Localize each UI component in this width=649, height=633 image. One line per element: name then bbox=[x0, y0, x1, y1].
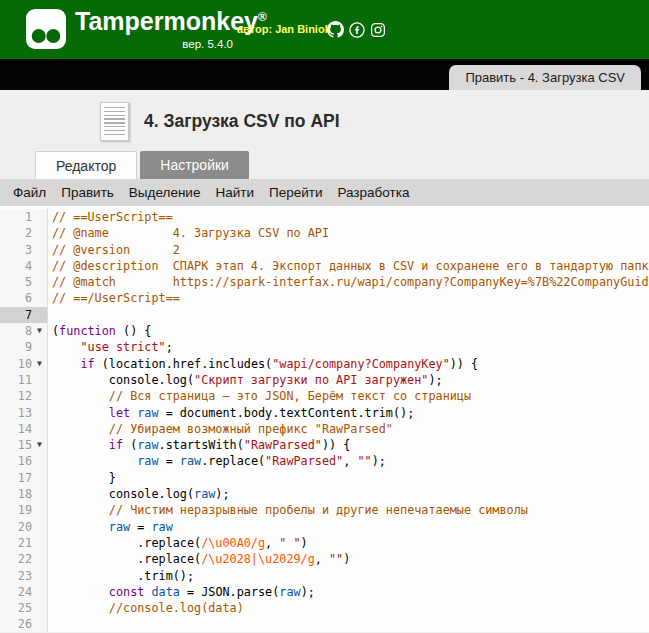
code-token bbox=[52, 585, 109, 599]
line-number: 2 bbox=[2, 225, 32, 241]
code-line-text: console.log("Скрипт загрузки по API загр… bbox=[48, 372, 443, 388]
fold-spacer bbox=[32, 339, 47, 355]
line-gutter: 17 bbox=[0, 470, 48, 486]
code-line[interactable]: 8▼(function () { bbox=[0, 323, 649, 339]
line-number: 3 bbox=[2, 242, 32, 258]
code-line[interactable]: 14 // Убираем возможный префикс "RawPars… bbox=[0, 421, 649, 437]
app-header: Tampermonkey® вер. 5.4.0 автор: Jan Bini… bbox=[0, 0, 649, 59]
window-tab-bar: Править - 4. Загрузка CSV bbox=[0, 59, 649, 90]
code-line[interactable]: 1// ==UserScript== bbox=[0, 209, 649, 225]
code-token: // ==UserScript== bbox=[52, 210, 173, 224]
code-editor[interactable]: 1// ==UserScript==2// @name 4. Загрузка … bbox=[0, 206, 649, 632]
code-line-text: const data = JSON.parse(raw); bbox=[48, 584, 315, 600]
menu-item[interactable]: Править bbox=[61, 185, 114, 200]
code-line[interactable]: 3// @version 2 bbox=[0, 242, 649, 258]
code-line[interactable]: 17 } bbox=[0, 470, 649, 486]
line-gutter: 23 bbox=[0, 568, 48, 584]
instagram-icon[interactable] bbox=[370, 22, 386, 38]
code-token: "use strict" bbox=[80, 340, 165, 354]
code-token: console.log( bbox=[52, 487, 194, 501]
code-token: function bbox=[59, 324, 116, 338]
code-line[interactable]: 15▼ if (raw.startsWith("RawParsed")) { bbox=[0, 437, 649, 453]
fold-spacer bbox=[32, 307, 47, 323]
fold-spacer bbox=[32, 405, 47, 421]
code-line[interactable]: 2// @name 4. Загрузка CSV по API bbox=[0, 225, 649, 241]
github-icon[interactable] bbox=[327, 21, 344, 38]
code-line[interactable]: 23 .trim(); bbox=[0, 568, 649, 584]
code-line[interactable]: 20 raw = raw bbox=[0, 519, 649, 535]
code-line[interactable]: 25 //console.log(data) bbox=[0, 600, 649, 616]
code-line[interactable]: 19 // Чистим неразрывные пробелы и други… bbox=[0, 502, 649, 518]
code-line-text: // @version 2 bbox=[48, 242, 180, 258]
code-line[interactable]: 24 const data = JSON.parse(raw); bbox=[0, 584, 649, 600]
code-line-text: // ==/UserScript== bbox=[48, 290, 180, 306]
line-gutter: 22 bbox=[0, 551, 48, 567]
facebook-icon[interactable] bbox=[349, 22, 365, 38]
line-gutter: 16 bbox=[0, 453, 48, 469]
tab-editor[interactable]: Редактор bbox=[35, 151, 137, 179]
tampermonkey-logo bbox=[26, 9, 66, 49]
code-line[interactable]: 9 "use strict"; bbox=[0, 339, 649, 355]
code-line[interactable]: 13 let raw = document.body.textContent.t… bbox=[0, 405, 649, 421]
code-line-text: } bbox=[48, 470, 116, 486]
code-token: .replace( bbox=[52, 552, 201, 566]
code-line-text: raw = raw bbox=[48, 519, 173, 535]
code-token: raw bbox=[194, 487, 215, 501]
line-gutter: 7 bbox=[0, 307, 48, 323]
fold-arrow-icon[interactable]: ▼ bbox=[32, 437, 47, 453]
code-token bbox=[52, 520, 109, 534]
code-line[interactable]: 16 raw = raw.replace("RawParsed", ""); bbox=[0, 453, 649, 469]
code-line[interactable]: 11 console.log("Скрипт загрузки по API з… bbox=[0, 372, 649, 388]
tab-settings[interactable]: Настройки bbox=[140, 151, 249, 179]
code-token: .trim(); bbox=[52, 569, 194, 583]
code-line[interactable]: 7 bbox=[0, 307, 649, 323]
line-number: 7 bbox=[2, 307, 32, 323]
code-token: const bbox=[109, 585, 145, 599]
line-gutter: 24 bbox=[0, 584, 48, 600]
menu-item[interactable]: Выделение bbox=[129, 185, 201, 200]
code-token bbox=[52, 406, 109, 420]
code-line[interactable]: 10▼ if (location.href.includes("wapi/com… bbox=[0, 356, 649, 372]
menu-item[interactable]: Найти bbox=[215, 185, 254, 200]
code-token: } bbox=[52, 471, 116, 485]
line-gutter: 14 bbox=[0, 421, 48, 437]
window-tab-edit-script[interactable]: Править - 4. Загрузка CSV bbox=[449, 65, 641, 90]
code-line[interactable]: 12 // Вся страница — это JSON, Берём тек… bbox=[0, 388, 649, 404]
code-token: // @version 2 bbox=[52, 243, 180, 257]
code-line-text: .trim(); bbox=[48, 568, 194, 584]
line-number: 12 bbox=[2, 388, 32, 404]
fold-spacer bbox=[32, 372, 47, 388]
code-token: )) { bbox=[450, 357, 478, 371]
menu-item[interactable]: Перейти bbox=[269, 185, 323, 200]
code-token: // Вся страница — это JSON, Берём текст … bbox=[109, 389, 471, 403]
line-number: 19 bbox=[2, 502, 32, 518]
code-line-text: let raw = document.body.textContent.trim… bbox=[48, 405, 414, 421]
code-token: raw bbox=[279, 585, 300, 599]
code-line[interactable]: 6// ==/UserScript== bbox=[0, 290, 649, 306]
editor-tab-strip: РедакторНастройки bbox=[0, 151, 649, 179]
code-line[interactable]: 5// @match https://spark-interfax.ru/wap… bbox=[0, 274, 649, 290]
code-line-text bbox=[48, 307, 52, 323]
code-token: raw bbox=[137, 406, 158, 420]
menu-item[interactable]: Разработка bbox=[337, 185, 409, 200]
code-line-text: // ==UserScript== bbox=[48, 209, 173, 225]
code-line[interactable]: 26 bbox=[0, 616, 649, 632]
code-line[interactable]: 21 .replace(/\u00A0/g, " ") bbox=[0, 535, 649, 551]
code-line[interactable]: 22 .replace(/\u2028|\u2029/g, "") bbox=[0, 551, 649, 567]
line-gutter: 12 bbox=[0, 388, 48, 404]
fold-spacer bbox=[32, 290, 47, 306]
code-line-text: // @name 4. Загрузка CSV по API bbox=[48, 225, 329, 241]
line-gutter: 6 bbox=[0, 290, 48, 306]
fold-arrow-icon[interactable]: ▼ bbox=[32, 356, 47, 372]
code-line[interactable]: 18 console.log(raw); bbox=[0, 486, 649, 502]
code-token: console.log( bbox=[52, 373, 194, 387]
code-token: raw bbox=[109, 520, 130, 534]
menu-item[interactable]: Файл bbox=[13, 185, 46, 200]
code-token bbox=[52, 601, 109, 615]
fold-spacer bbox=[32, 258, 47, 274]
code-token: raw bbox=[151, 520, 172, 534]
code-line[interactable]: 4// @description СПАРК этап 4. Экспорт д… bbox=[0, 258, 649, 274]
code-token: raw bbox=[137, 438, 158, 452]
fold-arrow-icon[interactable]: ▼ bbox=[32, 323, 47, 339]
code-token: .replace( bbox=[52, 536, 201, 550]
